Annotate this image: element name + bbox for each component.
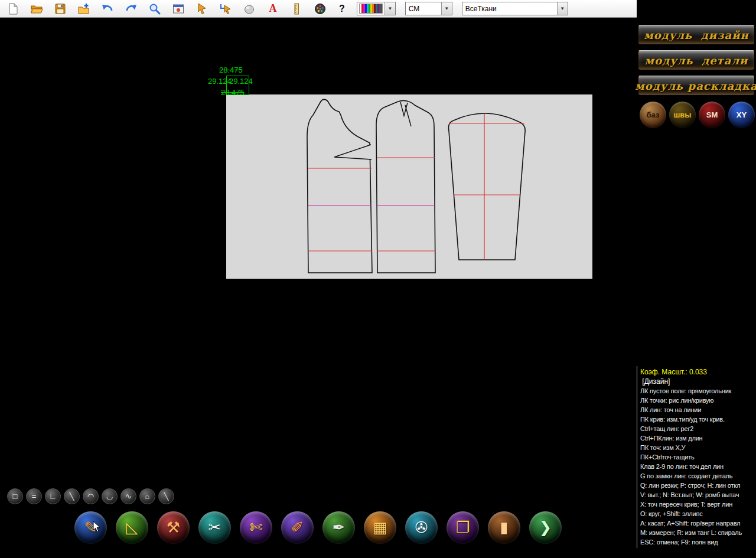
- chevron-down-icon: ▼: [441, 2, 452, 15]
- wave-tool[interactable]: ∿: [120, 488, 136, 504]
- main-toolbar: ✎ ◺ ⚒ ✂ ✄ ✐: [74, 511, 562, 544]
- save-icon[interactable]: [53, 2, 67, 16]
- boot-tool[interactable]: ❯: [529, 511, 562, 544]
- hotkey-help-line: O: круг, +Shift: эллипс: [640, 509, 756, 518]
- book-tool[interactable]: ❐: [447, 511, 479, 544]
- hotkey-help-list: ЛК пустое поле: прямоугольник ЛК точки: …: [640, 386, 756, 547]
- hotkey-help-line: ESC: отмена; F9: полн вид: [640, 537, 756, 547]
- curve-tool[interactable]: ◠: [83, 488, 99, 504]
- hotkey-help-line: G по замкн лин: создает деталь: [640, 471, 756, 481]
- hotkey-help-line: X: точ пересеч крив; T: верт лин: [640, 500, 756, 509]
- line-tool[interactable]: ╲: [64, 488, 80, 504]
- hotkey-help-line: ЛК точки: рис лин/кривую: [640, 396, 756, 405]
- fabric-combo[interactable]: ВсеТкани ▼: [462, 2, 568, 15]
- setsquare-tool[interactable]: ◺: [116, 511, 148, 544]
- brush-tool[interactable]: ✐: [281, 511, 314, 544]
- ruler-icon[interactable]: [289, 2, 304, 16]
- hotkey-help-line: Клав 2-9 по лин: точ дел лин: [640, 462, 756, 471]
- xy-button[interactable]: XY: [728, 102, 755, 128]
- chevron-down-icon: ▼: [557, 2, 568, 15]
- new-folder-icon[interactable]: [77, 2, 91, 16]
- help-button[interactable]: ?: [337, 4, 347, 14]
- pentagon-tool[interactable]: ⌂: [139, 488, 155, 504]
- cutter-tool[interactable]: ✄: [240, 511, 272, 544]
- hotkey-help-line: ПК точ: изм Х,У: [640, 443, 756, 452]
- pen-tool[interactable]: ✒: [322, 511, 355, 544]
- pencil-tool[interactable]: ✎: [74, 511, 107, 544]
- shvy-button[interactable]: швы: [669, 102, 696, 128]
- new-document-icon[interactable]: [6, 2, 20, 16]
- module-layout-button[interactable]: модуль раскладка: [638, 76, 755, 96]
- measure-rectangle: [226, 76, 249, 95]
- hotkey-help-line: ЛК лин: точ на линии: [640, 405, 756, 415]
- cursor-arrow-icon[interactable]: [195, 2, 209, 16]
- status-help-panel: Коэф. Масшт.: 0.033 [Дизайн] ЛК пустое п…: [637, 366, 756, 548]
- zoom-icon[interactable]: [148, 2, 162, 16]
- module-buttons: модуль дизайн модуль детали модуль раскл…: [637, 0, 756, 96]
- select-arrow-icon[interactable]: [219, 2, 233, 16]
- hotkey-help-line: M: измерен; R: изм танг L: спираль: [640, 528, 756, 537]
- app-window-icon[interactable]: [171, 2, 185, 16]
- toolkit-tool[interactable]: ⚒: [157, 511, 190, 544]
- hotkey-help-line: Ctrl+тащ лин: рег2: [640, 424, 756, 433]
- fabric-combo-value: ВсеТкани: [462, 5, 500, 13]
- drawing-canvas[interactable]: 28.475 29.124 29.124 28.475 □ = ∟ ╲ ◠ ◡ …: [0, 18, 638, 558]
- unit-combo[interactable]: СМ ▼: [405, 2, 452, 15]
- spray-tool[interactable]: ✇: [405, 511, 438, 544]
- hotkey-help-line: Q: лин резки; P: строч; H: лин откл: [640, 481, 756, 490]
- redo-icon[interactable]: [124, 2, 138, 16]
- text-tool-icon[interactable]: A: [266, 2, 280, 16]
- module-design-button[interactable]: модуль дизайн: [638, 25, 755, 45]
- rect-shape-tool[interactable]: □: [7, 488, 23, 504]
- hotkey-help-line: Ctrl+ПКлин: изм длин: [640, 433, 756, 443]
- toolbar: A ? ▼ СМ ▼ ВсеТкани ▼: [0, 0, 638, 18]
- scissors-tool[interactable]: ✂: [198, 511, 231, 544]
- open-folder-icon[interactable]: [30, 2, 44, 16]
- sm-button[interactable]: SM: [699, 102, 725, 128]
- angle-tool[interactable]: ∟: [45, 488, 61, 504]
- parallel-lines-tool[interactable]: =: [26, 488, 42, 504]
- eraser-icon[interactable]: [242, 2, 256, 16]
- hotkey-help-line: A: касат; A+Shift: гор/верт направл: [640, 518, 756, 528]
- shape-toolbar: □ = ∟ ╲ ◠ ◡ ∿ ⌂ ╲: [7, 488, 174, 504]
- mode-label: [Дизайн]: [640, 377, 756, 386]
- measurement-width-top: 28.475: [219, 66, 243, 74]
- text-tool-glyph: A: [269, 2, 277, 15]
- hotkey-help-line: ПК+Ctrlточ-тащить: [640, 452, 756, 462]
- chest-tool[interactable]: ▦: [364, 511, 396, 544]
- baz-button[interactable]: баз: [640, 102, 666, 128]
- unit-combo-value: СМ: [406, 5, 423, 13]
- film-reel-icon[interactable]: [313, 2, 327, 16]
- scale-coefficient: Коэф. Масшт.: 0.033: [640, 367, 756, 377]
- right-panel: модуль дизайн модуль детали модуль раскл…: [637, 0, 756, 558]
- pattern-drawing: [226, 94, 592, 279]
- diagonal-tool[interactable]: ╲: [158, 488, 174, 504]
- hotkey-help-line: ЛК пустое поле: прямоугольник: [640, 386, 756, 396]
- color-swatch-strip: [359, 4, 383, 14]
- pattern-sheet: [226, 94, 592, 279]
- mode-buttons: баз швы SM XY: [637, 96, 756, 128]
- chevron-down-icon: ▼: [384, 2, 395, 15]
- pattern-cad-app: A ? ▼ СМ ▼ ВсеТкани ▼: [0, 0, 756, 558]
- hotkey-help-line: V: выт.; N: Вст.выт; W: ромб вытач: [640, 490, 756, 500]
- color-palette-combo[interactable]: ▼: [357, 2, 396, 15]
- corner-curve-tool[interactable]: ◡: [102, 488, 118, 504]
- module-details-button[interactable]: модуль детали: [638, 50, 755, 70]
- undo-icon[interactable]: [100, 2, 115, 16]
- hotkey-help-line: ПК крив: изм.тип/уд точ крив.: [640, 415, 756, 424]
- pouch-tool[interactable]: ▮: [488, 511, 520, 544]
